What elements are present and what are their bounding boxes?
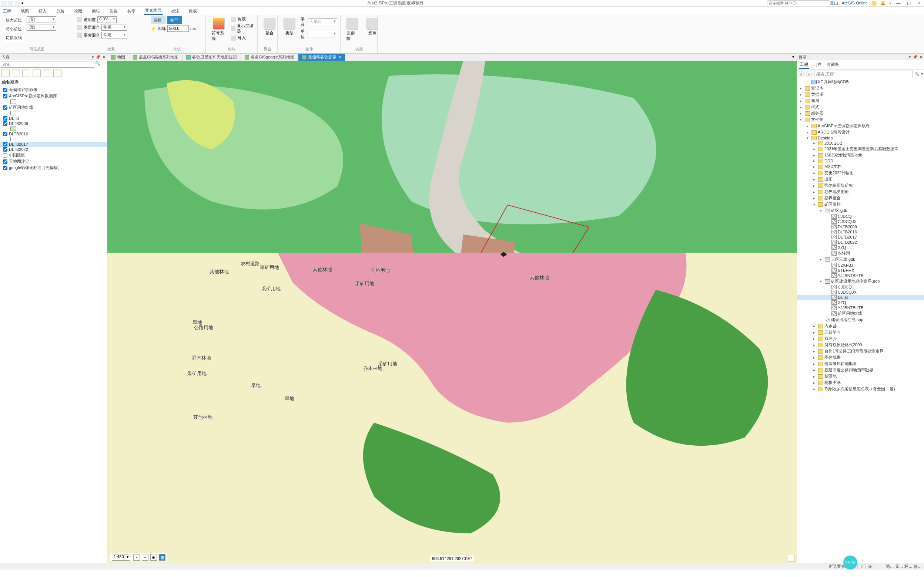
symbology-button[interactable]: 符号系统 [209, 16, 229, 43]
toc-item-2[interactable] [0, 99, 107, 104]
tab-9[interactable]: 标注 [170, 8, 181, 15]
expand-icon[interactable]: ▸ [813, 197, 817, 200]
expand-icon[interactable]: ▸ [813, 184, 817, 187]
tree-item-28[interactable]: XZQ [797, 245, 924, 250]
expand-icon[interactable]: ▸ [813, 343, 817, 347]
tree-item-15[interactable]: ▸变更2022分幅图 [797, 170, 924, 176]
tree-item-44[interactable]: ▸双坪乡 [797, 335, 924, 342]
tree-item-46[interactable]: ▸台州1号公路三门示范段勘测定界 [797, 348, 924, 355]
catalog-close-icon[interactable]: ✕ [919, 55, 922, 60]
extrude-unit-select[interactable] [308, 31, 337, 37]
tree-item-45[interactable]: ▸所有权原始格式2000 [797, 342, 924, 348]
tree-item-12[interactable]: ▸150302海勃湾区.gdb [797, 152, 924, 158]
toc-item-6[interactable]: DLTB2009 [0, 121, 107, 126]
tab-2[interactable]: 插入 [37, 8, 48, 15]
layer-checkbox[interactable] [3, 147, 7, 152]
qat-save-icon[interactable] [2, 1, 6, 6]
login-status[interactable]: 登山 · ArcGIS Online [830, 0, 867, 6]
switch-limit[interactable]: 切换限制 [3, 34, 24, 42]
lighting-button[interactable]: 光照 [363, 16, 381, 37]
tab-4[interactable]: 视图 [73, 8, 84, 15]
expand-icon[interactable]: ▸ [813, 159, 817, 163]
tree-item-51[interactable]: ▸栅格图纸 [797, 379, 924, 386]
tree-item-7[interactable]: ▸ArcGISPro三调勘测定界软件 [797, 123, 924, 129]
catalog-menu-icon[interactable]: ▾ [909, 55, 911, 60]
expand-icon[interactable]: ▸ [813, 190, 817, 194]
expand-icon[interactable]: ▸ [807, 131, 810, 134]
layer-blend-select[interactable]: 常规 [102, 24, 128, 31]
expand-icon[interactable]: ▸ [813, 165, 817, 169]
tree-item-33[interactable]: YJJBNTBHTB [797, 273, 924, 278]
layer-checkbox[interactable] [3, 88, 7, 92]
tab-6[interactable]: 影像 [108, 8, 119, 15]
qat-undo-icon[interactable] [8, 1, 13, 6]
catalog-forward-icon[interactable]: ▸ [806, 71, 813, 77]
tree-item-37[interactable]: DLTB [797, 295, 924, 300]
catalog-search-input[interactable] [814, 71, 913, 77]
list-by-source-icon[interactable] [12, 69, 20, 77]
tree-item-9[interactable]: ▾Desktop [797, 135, 924, 140]
tree-item-27[interactable]: DLTB2022 [797, 240, 924, 245]
catalog-search-icon[interactable]: 🔍 [914, 72, 919, 77]
tree-item-49[interactable]: ▸新建高速公路用地预审勘界 [797, 367, 924, 373]
tree-item-52[interactable]: ▸Z杨俊山-方案信息汇总表（含全国、省） [797, 386, 924, 392]
map-tab-4[interactable]: 无偏移谷歌影像✕ [298, 54, 346, 61]
pane-menu-icon[interactable]: ▾ [92, 55, 94, 60]
tree-item-42[interactable]: ▸内乡县 [797, 323, 924, 329]
aggregate-button[interactable]: 聚合 [261, 16, 278, 37]
toc-item-13[interactable]: 天地图注记 [0, 158, 107, 164]
layer-checkbox[interactable] [3, 94, 7, 98]
visibility-max-select[interactable]: (无) [27, 16, 56, 23]
expand-icon[interactable]: ▸ [813, 330, 817, 334]
minimize-button[interactable]: — [895, 1, 902, 6]
tree-item-19[interactable]: ▸勘界整合 [797, 195, 924, 201]
extrude-field-select[interactable]: 无单位 [308, 18, 337, 25]
tree-item-43[interactable]: ▸三普学习 [797, 329, 924, 335]
toc-item-3[interactable]: 矿区用地红线 [0, 104, 107, 111]
tree-item-20[interactable]: ▾矿区资料 [797, 201, 924, 208]
expand-icon[interactable]: ▾ [820, 280, 824, 283]
display-filter-button[interactable]: 显示过滤器 [237, 23, 254, 34]
tree-item-16[interactable]: ▸出图 [797, 176, 924, 182]
tab-7[interactable]: 共享 [126, 8, 137, 15]
tree-item-6[interactable]: ▾文件夹 [797, 116, 924, 123]
list-by-editing-icon[interactable] [32, 69, 41, 77]
expand-icon[interactable]: ▸ [813, 375, 817, 379]
status-refresh-icon[interactable]: ⟳ [868, 564, 874, 569]
list-by-selection-icon[interactable] [22, 69, 31, 77]
expand-icon[interactable]: ▸ [807, 124, 810, 128]
scale-btn-4[interactable]: ▦ [159, 554, 165, 561]
map-view[interactable]: 农村道路采矿用地其他林地公路用地采矿用地其他林地采矿用地公路用地旱地乔木林地采矿… [107, 61, 796, 563]
tree-item-26[interactable]: DLTB2017 [797, 234, 924, 240]
tree-item-38[interactable]: XZQ [797, 300, 924, 305]
layer-checkbox[interactable] [3, 121, 7, 126]
tree-item-23[interactable]: CJDCQJX [797, 219, 924, 224]
toc-item-14[interactable]: google影像无标注（无偏移） [0, 164, 107, 171]
toc-item-10[interactable]: DLTB2017 [0, 142, 107, 147]
list-by-labeling-icon[interactable] [53, 69, 61, 77]
toc-item-5[interactable]: DLTB [0, 116, 107, 121]
tree-item-18[interactable]: ▸勘界地类图斑 [797, 189, 924, 195]
scale-btn-1[interactable]: · [133, 554, 140, 561]
tree-item-10[interactable]: ▸2016GDB [797, 140, 924, 146]
tab-10[interactable]: 数据 [187, 8, 199, 15]
swipe-button[interactable]: 卷帘 [167, 16, 182, 24]
search-options-icon[interactable]: ⋮ [101, 61, 106, 68]
list-by-snapping-icon[interactable] [43, 69, 51, 77]
basemap-toggle-icon[interactable] [788, 555, 795, 561]
layer-checkbox[interactable] [3, 105, 7, 110]
expand-icon[interactable]: ▸ [813, 362, 817, 366]
expand-icon[interactable]: ▸ [813, 177, 817, 181]
layer-checkbox[interactable] [3, 132, 7, 136]
toc-item-1[interactable]: ArcGISPro勘测定界数据库 [0, 93, 107, 99]
scale-btn-2[interactable]: ↔ [142, 554, 149, 561]
visibility-min-select[interactable]: (无) [27, 24, 56, 31]
expand-icon[interactable]: ▾ [813, 203, 817, 206]
selection-box-button[interactable]: 选框 [151, 16, 166, 24]
tab-5[interactable]: 编辑 [90, 8, 102, 15]
layer-checkbox[interactable] [3, 116, 7, 121]
collapse-map-tabs-icon[interactable]: ▾ [790, 54, 796, 61]
flash-duration-input[interactable] [167, 25, 189, 32]
tree-item-31[interactable]: CZKFBJ [797, 263, 924, 268]
tree-item-22[interactable]: CJDCQ [797, 214, 924, 219]
